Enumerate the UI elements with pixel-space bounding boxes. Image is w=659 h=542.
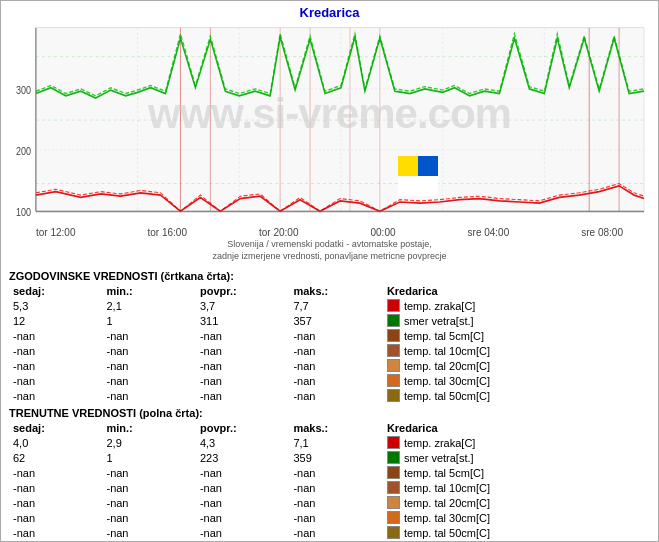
hist-povpr-0: 3,7 [196,298,289,313]
hist-header-min: min.: [102,284,195,298]
hist-row-2: -nan -nan -nan -nan temp. tal 5cm[C] [9,328,650,343]
hist-maks-1: 357 [289,313,382,328]
svg-text:100: 100 [16,206,32,218]
hist-row-4: -nan -nan -nan -nan temp. tal 20cm[C] [9,358,650,373]
hist-legend-5: temp. tal 30cm[C] [383,373,650,388]
curr-min-5: -nan [102,510,195,525]
hist-header-povpr: povpr.: [196,284,289,298]
hist-header-maks: maks.: [289,284,382,298]
curr-maks-5: -nan [289,510,382,525]
hist-maks-3: -nan [289,343,382,358]
curr-sedaj-3: -nan [9,480,102,495]
hist-povpr-4: -nan [196,358,289,373]
hist-min-6: -nan [102,388,195,403]
hist-legend-color-4 [387,359,400,372]
curr-row-5: -nan -nan -nan -nan temp. tal 30cm[C] [9,510,650,525]
hist-legend-color-3 [387,344,400,357]
hist-legend-4: temp. tal 20cm[C] [383,358,650,373]
hist-sedaj-5: -nan [9,373,102,388]
curr-maks-1: 359 [289,450,382,465]
hist-legend-label-2: temp. tal 5cm[C] [404,330,484,342]
hist-row-1: 12 1 311 357 smer vetra[st.] [9,313,650,328]
curr-row-0: 4,0 2,9 4,3 7,1 temp. zraka[C] [9,435,650,450]
svg-text:300: 300 [16,84,32,96]
curr-legend-4: temp. tal 20cm[C] [383,495,650,510]
curr-header-station: Kredarica [383,421,650,435]
hist-legend-3: temp. tal 10cm[C] [383,343,650,358]
curr-min-1: 1 [102,450,195,465]
curr-min-6: -nan [102,525,195,540]
hist-legend-0: temp. zraka[C] [383,298,650,313]
historical-table: sedaj: min.: povpr.: maks.: Kredarica 5,… [9,284,650,403]
hist-row-0: 5,3 2,1 3,7 7,7 temp. zraka[C] [9,298,650,313]
source-text-2: zadnje izmerjene vrednosti, ponavljane m… [1,250,658,262]
hist-header-sedaj: sedaj: [9,284,102,298]
hist-header-station: Kredarica [383,284,650,298]
chart-title: Kredarica [1,1,658,22]
chart-svg: 300 200 100 [1,22,658,247]
historical-section-title: ZGODOVINSKE VREDNOSTI (črtkana črta): [9,270,650,282]
hist-sedaj-0: 5,3 [9,298,102,313]
curr-legend-6: temp. tal 50cm[C] [383,525,650,540]
hist-maks-4: -nan [289,358,382,373]
hist-povpr-6: -nan [196,388,289,403]
curr-povpr-4: -nan [196,495,289,510]
curr-header-maks: maks.: [289,421,382,435]
curr-row-3: -nan -nan -nan -nan temp. tal 10cm[C] [9,480,650,495]
curr-legend-2: temp. tal 5cm[C] [383,465,650,480]
hist-legend-label-4: temp. tal 20cm[C] [404,360,490,372]
hist-min-2: -nan [102,328,195,343]
hist-sedaj-4: -nan [9,358,102,373]
hist-sedaj-2: -nan [9,328,102,343]
curr-row-2: -nan -nan -nan -nan temp. tal 5cm[C] [9,465,650,480]
curr-legend-label-3: temp. tal 10cm[C] [404,482,490,494]
curr-maks-4: -nan [289,495,382,510]
curr-maks-6: -nan [289,525,382,540]
main-container: Kredarica 300 200 100 [0,0,659,542]
curr-legend-color-0 [387,436,400,449]
curr-povpr-1: 223 [196,450,289,465]
curr-povpr-6: -nan [196,525,289,540]
hist-min-5: -nan [102,373,195,388]
curr-maks-2: -nan [289,465,382,480]
curr-sedaj-0: 4,0 [9,435,102,450]
hist-legend-2: temp. tal 5cm[C] [383,328,650,343]
curr-legend-label-5: temp. tal 30cm[C] [404,512,490,524]
curr-legend-color-4 [387,496,400,509]
hist-legend-label-6: temp. tal 50cm[C] [404,390,490,402]
hist-maks-6: -nan [289,388,382,403]
curr-sedaj-6: -nan [9,525,102,540]
curr-row-6: -nan -nan -nan -nan temp. tal 50cm[C] [9,525,650,540]
curr-sedaj-2: -nan [9,465,102,480]
curr-legend-label-1: smer vetra[st.] [404,452,474,464]
curr-legend-color-2 [387,466,400,479]
svg-rect-28 [398,176,438,196]
hist-legend-label-3: temp. tal 10cm[C] [404,345,490,357]
hist-min-1: 1 [102,313,195,328]
hist-legend-1: smer vetra[st.] [383,313,650,328]
curr-legend-5: temp. tal 30cm[C] [383,510,650,525]
hist-sedaj-1: 12 [9,313,102,328]
hist-sedaj-6: -nan [9,388,102,403]
hist-legend-color-0 [387,299,400,312]
svg-rect-27 [418,156,438,176]
curr-min-0: 2,9 [102,435,195,450]
hist-legend-color-6 [387,389,400,402]
hist-maks-0: 7,7 [289,298,382,313]
hist-maks-5: -nan [289,373,382,388]
curr-sedaj-4: -nan [9,495,102,510]
curr-povpr-0: 4,3 [196,435,289,450]
curr-legend-color-1 [387,451,400,464]
hist-legend-label-1: smer vetra[st.] [404,315,474,327]
curr-legend-1: smer vetra[st.] [383,450,650,465]
hist-row-3: -nan -nan -nan -nan temp. tal 10cm[C] [9,343,650,358]
hist-legend-color-1 [387,314,400,327]
hist-min-3: -nan [102,343,195,358]
hist-legend-color-5 [387,374,400,387]
curr-row-4: -nan -nan -nan -nan temp. tal 20cm[C] [9,495,650,510]
curr-row-1: 62 1 223 359 smer vetra[st.] [9,450,650,465]
curr-legend-color-3 [387,481,400,494]
hist-legend-label-5: temp. tal 30cm[C] [404,375,490,387]
curr-legend-label-2: temp. tal 5cm[C] [404,467,484,479]
curr-legend-3: temp. tal 10cm[C] [383,480,650,495]
